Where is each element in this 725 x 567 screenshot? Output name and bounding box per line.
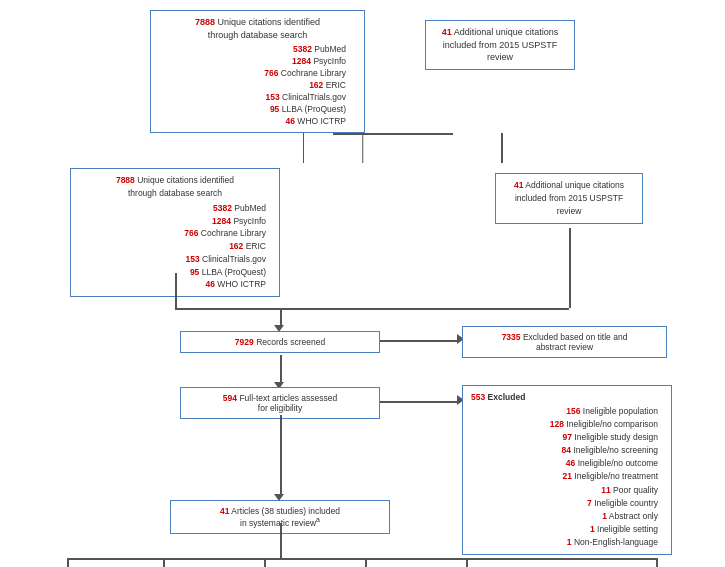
uspstf-box: 41 Additional unique citationsincluded f… <box>425 20 575 70</box>
right-connector-v <box>501 133 503 163</box>
records-screened-box: 7929 Records screened <box>180 331 380 353</box>
v-kq4 <box>365 558 367 567</box>
h-line-excl2 <box>380 401 460 403</box>
flowchart-container: 7888 Unique citations identifiedthrough … <box>10 163 715 567</box>
h-connector <box>333 133 453 135</box>
v-line-4 <box>280 523 282 558</box>
uspstf-citations-box: 41 Additional unique citationsincluded f… <box>495 173 643 223</box>
v-kq5 <box>466 558 468 567</box>
excluded-553-box: 553 Excluded 156 Ineligible population12… <box>462 385 672 555</box>
flowchart: 7888 Unique citations identifiedthrough … <box>10 10 715 163</box>
v-kq1 <box>67 558 69 567</box>
v-kq2 <box>163 558 165 567</box>
left-connector-v <box>303 133 305 163</box>
h-line-right <box>280 308 569 310</box>
database-search-box: 7888 Unique citations identifiedthrough … <box>150 10 365 133</box>
h-line-excl <box>380 340 460 342</box>
v-kq3 <box>264 558 266 567</box>
center-connector-v <box>362 133 364 163</box>
h-line-kq <box>67 558 657 560</box>
v-line-left <box>175 273 177 308</box>
v-line-3 <box>280 415 282 497</box>
excluded-title-box: 7335 Excluded based on title andabstract… <box>462 326 667 358</box>
v-line-right <box>569 228 571 308</box>
h-line-top <box>175 308 280 310</box>
v-kq6 <box>656 558 658 567</box>
v-line-2 <box>280 355 282 385</box>
